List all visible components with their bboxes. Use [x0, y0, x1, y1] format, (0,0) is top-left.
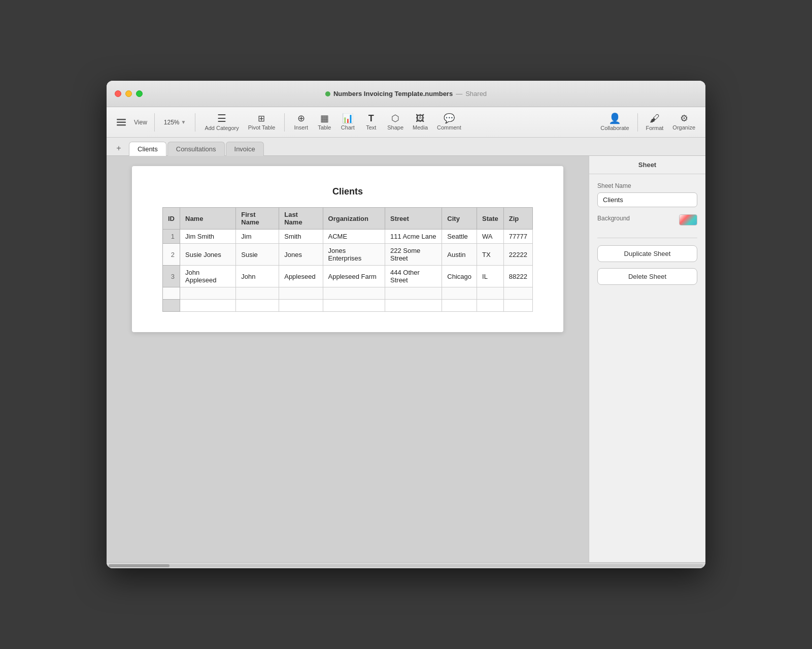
separator: —	[456, 90, 462, 98]
table-header-row: ID Name First Name Last Name Organizatio…	[163, 208, 533, 230]
duplicate-sheet-button[interactable]: Duplicate Sheet	[597, 245, 697, 262]
table-cell[interactable]: Jim	[236, 230, 279, 244]
shape-label: Shape	[387, 124, 403, 131]
empty-cell[interactable]	[323, 287, 385, 300]
tab-consultations[interactable]: Consultations	[167, 142, 225, 156]
table-cell[interactable]: Susie Jones	[180, 244, 236, 266]
table-cell[interactable]: TX	[477, 244, 504, 266]
text-button[interactable]: T Text	[360, 112, 382, 133]
empty-cell[interactable]	[385, 287, 442, 300]
shape-button[interactable]: ⬡ Shape	[383, 112, 408, 133]
table-cell[interactable]: Appleseed Farm	[323, 266, 385, 287]
zoom-chevron: ▼	[181, 119, 186, 125]
collaborate-button[interactable]: 👤 Collaborate	[596, 111, 633, 133]
table-cell[interactable]: John Appleseed	[180, 266, 236, 287]
table-cell[interactable]: Appleseed	[279, 266, 323, 287]
table-cell[interactable]: Susie	[236, 244, 279, 266]
table-cell[interactable]: 77777	[503, 230, 532, 244]
table-cell[interactable]: Smith	[279, 230, 323, 244]
format-button[interactable]: 🖌 Format	[642, 111, 668, 133]
shared-label: Shared	[465, 90, 487, 98]
empty-cell[interactable]	[279, 300, 323, 312]
empty-cell[interactable]	[163, 287, 180, 300]
table-cell[interactable]: 2	[163, 244, 180, 266]
col-state[interactable]: State	[477, 208, 504, 230]
tab-invoice[interactable]: Invoice	[226, 142, 264, 156]
table-cell[interactable]: 111 Acme Lane	[385, 230, 442, 244]
scrollbar-thumb[interactable]	[109, 564, 170, 567]
empty-cell[interactable]	[477, 300, 504, 312]
chart-button[interactable]: 📊 Chart	[336, 112, 359, 133]
media-button[interactable]: 🖼 Media	[409, 112, 432, 133]
table-row[interactable]: 3John AppleseedJohnAppleseedAppleseed Fa…	[163, 266, 533, 287]
sheet-name-input[interactable]	[597, 192, 697, 207]
add-category-button[interactable]: ☰ Add Category	[200, 111, 243, 133]
empty-cell[interactable]	[180, 287, 236, 300]
view-button[interactable]	[113, 116, 130, 129]
col-organization[interactable]: Organization	[323, 208, 385, 230]
table-cell[interactable]: IL	[477, 266, 504, 287]
col-city[interactable]: City	[442, 208, 477, 230]
table-cell[interactable]: 222 Some Street	[385, 244, 442, 266]
empty-cell[interactable]	[442, 300, 477, 312]
empty-cell[interactable]	[385, 300, 442, 312]
svg-rect-0	[117, 119, 126, 120]
add-sheet-button[interactable]: +	[113, 142, 125, 154]
table-cell[interactable]: Seattle	[442, 230, 477, 244]
close-button[interactable]	[115, 90, 121, 97]
col-street[interactable]: Street	[385, 208, 442, 230]
col-first-name[interactable]: First Name	[236, 208, 279, 230]
tab-consultations-label: Consultations	[176, 145, 216, 153]
maximize-button[interactable]	[136, 90, 143, 97]
empty-cell[interactable]	[180, 300, 236, 312]
empty-cell[interactable]	[477, 287, 504, 300]
col-last-name[interactable]: Last Name	[279, 208, 323, 230]
table-cell[interactable]: Jones Enterprises	[323, 244, 385, 266]
table-row[interactable]: 2Susie JonesSusieJonesJones Enterprises2…	[163, 244, 533, 266]
table-cell[interactable]: 444 Other Street	[385, 266, 442, 287]
table-cell[interactable]: WA	[477, 230, 504, 244]
organize-button[interactable]: ⚙ Organize	[668, 112, 699, 133]
table-cell[interactable]: 22222	[503, 244, 532, 266]
table-cell[interactable]: John	[236, 266, 279, 287]
collaborate-icon: 👤	[608, 113, 621, 123]
sheet-tabs-bar: + Clients Consultations Invoice	[107, 138, 705, 156]
svg-rect-1	[117, 121, 126, 123]
table-button[interactable]: ▦ Table	[313, 112, 335, 133]
delete-sheet-button[interactable]: Delete Sheet	[597, 268, 697, 285]
view-label[interactable]: View	[132, 117, 149, 128]
empty-cell[interactable]	[503, 287, 532, 300]
empty-cell[interactable]	[279, 287, 323, 300]
comment-button[interactable]: 💬 Comment	[433, 112, 465, 133]
empty-cell[interactable]	[503, 300, 532, 312]
empty-cell[interactable]	[163, 300, 180, 312]
empty-cell[interactable]	[236, 287, 279, 300]
empty-cell[interactable]	[236, 300, 279, 312]
table-cell[interactable]: Jones	[279, 244, 323, 266]
col-zip[interactable]: Zip	[503, 208, 532, 230]
zoom-control[interactable]: 125% ▼	[160, 117, 190, 128]
table-cell[interactable]: Austin	[442, 244, 477, 266]
insert-button[interactable]: ⊕ Insert	[290, 112, 312, 133]
empty-cell[interactable]	[442, 287, 477, 300]
background-color-swatch[interactable]	[679, 214, 697, 225]
organize-label: Organize	[672, 124, 695, 131]
table-cell[interactable]: Jim Smith	[180, 230, 236, 244]
table-row[interactable]: 1Jim SmithJimSmithACME111 Acme LaneSeatt…	[163, 230, 533, 244]
table-row	[163, 300, 533, 312]
col-name[interactable]: Name	[180, 208, 236, 230]
table-cell[interactable]: 1	[163, 230, 180, 244]
scrollbar-track[interactable]	[109, 564, 703, 567]
table-cell[interactable]: 88222	[503, 266, 532, 287]
table-cell[interactable]: ACME	[323, 230, 385, 244]
app-window: Numbers Invoicing Template.numbers — Sha…	[107, 81, 705, 568]
col-id[interactable]: ID	[163, 208, 180, 230]
sheet-canvas: Clients ID Name First Name Last Name Org…	[132, 166, 563, 332]
table-cell[interactable]: Chicago	[442, 266, 477, 287]
insert-label: Insert	[294, 124, 309, 131]
tab-clients[interactable]: Clients	[129, 142, 166, 156]
table-cell[interactable]: 3	[163, 266, 180, 287]
pivot-table-button[interactable]: ⊞ Pivot Table	[244, 112, 280, 133]
empty-cell[interactable]	[323, 300, 385, 312]
minimize-button[interactable]	[125, 90, 132, 97]
